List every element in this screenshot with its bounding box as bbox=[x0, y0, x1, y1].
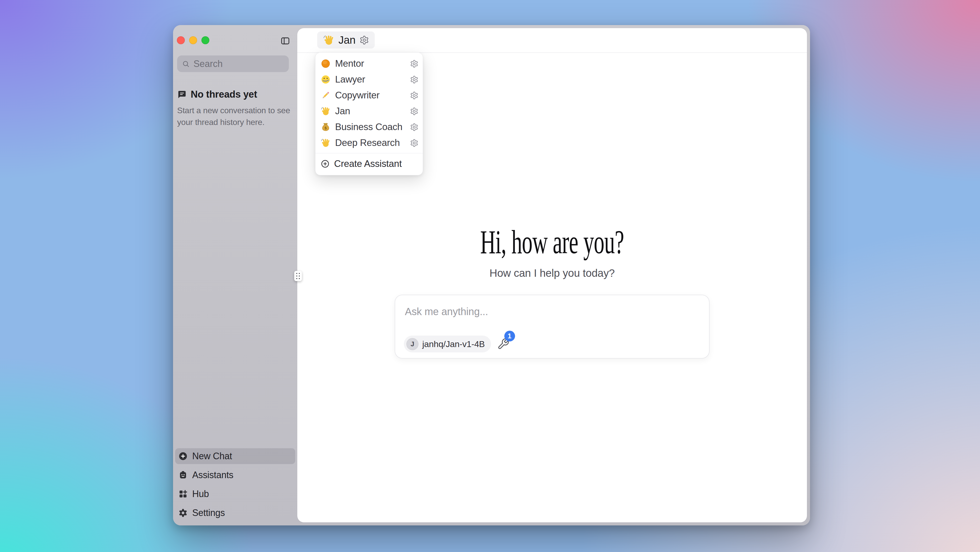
assistant-name: Mentor bbox=[335, 58, 404, 69]
panel-left-icon bbox=[280, 36, 290, 46]
sidebar-nav: New Chat Assistants Hub Settings bbox=[175, 448, 295, 521]
gear-icon bbox=[410, 75, 418, 84]
create-assistant-label: Create Assistant bbox=[334, 158, 402, 169]
plus-circle-icon bbox=[321, 159, 330, 169]
threads-empty-state: No threads yet Start a new conversation … bbox=[177, 89, 295, 128]
assistant-settings-button[interactable] bbox=[409, 121, 420, 133]
zipper-mouth-face-icon bbox=[321, 74, 331, 84]
sidebar-item-hub[interactable]: Hub bbox=[175, 486, 295, 502]
model-selector[interactable]: J janhq/Jan-v1-4B bbox=[404, 336, 491, 352]
empty-state-title: No threads yet bbox=[191, 89, 257, 100]
waving-hand-icon bbox=[321, 106, 331, 116]
search-input[interactable]: Search bbox=[177, 56, 289, 72]
panel-header: Jan bbox=[297, 28, 807, 53]
welcome-title: Hi, how are you? bbox=[391, 224, 713, 260]
assistant-menu: Mentor Lawyer Copywriter Jan Business Co bbox=[315, 52, 423, 175]
close-window-button[interactable] bbox=[177, 36, 185, 44]
window-controls bbox=[177, 36, 209, 44]
assistant-settings-button[interactable] bbox=[409, 105, 420, 117]
assistant-name: Deep Research bbox=[335, 137, 404, 148]
nav-label: Hub bbox=[192, 488, 209, 500]
search-icon bbox=[182, 60, 190, 68]
assistant-name: Jan bbox=[335, 106, 404, 116]
menu-divider bbox=[315, 153, 423, 153]
nav-label: Settings bbox=[192, 507, 225, 518]
tools-button[interactable]: 1 bbox=[497, 338, 509, 350]
welcome-section: Hi, how are you? How can I help you toda… bbox=[297, 224, 807, 279]
assistant-name: Lawyer bbox=[335, 74, 404, 85]
gear-icon bbox=[178, 508, 188, 518]
assistant-name: Copywriter bbox=[335, 90, 404, 101]
tools-count-badge: 1 bbox=[504, 331, 515, 341]
plus-circle-icon bbox=[178, 451, 188, 461]
menu-item-copywriter[interactable]: Copywriter bbox=[315, 87, 423, 103]
menu-item-jan[interactable]: Jan bbox=[315, 103, 423, 119]
orange-circle-icon bbox=[321, 59, 331, 69]
gear-icon bbox=[410, 139, 418, 147]
menu-item-lawyer[interactable]: Lawyer bbox=[315, 72, 423, 87]
sidebar-resize-handle[interactable] bbox=[294, 271, 302, 281]
gear-icon bbox=[410, 60, 418, 68]
sidebar-item-new-chat[interactable]: New Chat bbox=[175, 448, 295, 464]
sidebar-toggle-button[interactable] bbox=[280, 35, 292, 46]
gear-icon bbox=[410, 123, 418, 131]
nav-label: Assistants bbox=[192, 470, 233, 480]
menu-item-mentor[interactable]: Mentor bbox=[315, 56, 423, 72]
assistant-selector-button[interactable]: Jan bbox=[317, 32, 375, 49]
chat-composer[interactable]: Ask me anything... J janhq/Jan-v1-4B 1 bbox=[395, 295, 710, 358]
nav-label: New Chat bbox=[192, 451, 232, 461]
assistant-bot-icon bbox=[178, 470, 188, 480]
empty-state-description: Start a new conversation to see your thr… bbox=[177, 105, 295, 128]
pencil-icon bbox=[321, 90, 331, 100]
zoom-window-button[interactable] bbox=[201, 36, 209, 44]
waving-hand-icon bbox=[323, 34, 334, 46]
message-square-icon bbox=[177, 90, 187, 99]
assistant-name: Business Coach bbox=[335, 122, 404, 132]
current-assistant-name: Jan bbox=[339, 34, 356, 46]
waving-hand-icon bbox=[321, 138, 331, 148]
grid-plus-icon bbox=[178, 489, 188, 499]
assistant-settings-button[interactable] bbox=[409, 74, 420, 85]
gear-icon bbox=[410, 107, 418, 116]
composer-toolbar: J janhq/Jan-v1-4B 1 bbox=[404, 336, 509, 352]
model-avatar: J bbox=[406, 338, 418, 350]
welcome-subtitle: How can I help you today? bbox=[297, 267, 807, 279]
gear-icon bbox=[360, 35, 369, 45]
menu-item-business-coach[interactable]: Business Coach bbox=[315, 119, 423, 135]
assistant-settings-button[interactable] bbox=[409, 137, 420, 148]
minimize-window-button[interactable] bbox=[189, 36, 197, 44]
sidebar-item-assistants[interactable]: Assistants bbox=[175, 467, 295, 483]
money-bag-icon bbox=[321, 122, 331, 132]
main-panel: Jan Mentor Lawyer Copywriter bbox=[297, 28, 807, 522]
menu-item-deep-research[interactable]: Deep Research bbox=[315, 135, 423, 151]
sidebar-item-settings[interactable]: Settings bbox=[175, 505, 295, 521]
app-window: Search No threads yet Start a new conver… bbox=[173, 25, 810, 525]
assistant-settings-button[interactable] bbox=[409, 58, 420, 69]
model-name: janhq/Jan-v1-4B bbox=[422, 339, 485, 349]
gear-icon bbox=[410, 91, 418, 100]
search-placeholder: Search bbox=[194, 59, 223, 69]
assistant-settings-button[interactable] bbox=[409, 90, 420, 101]
composer-placeholder: Ask me anything... bbox=[405, 306, 488, 317]
create-assistant-button[interactable]: Create Assistant bbox=[315, 156, 423, 172]
